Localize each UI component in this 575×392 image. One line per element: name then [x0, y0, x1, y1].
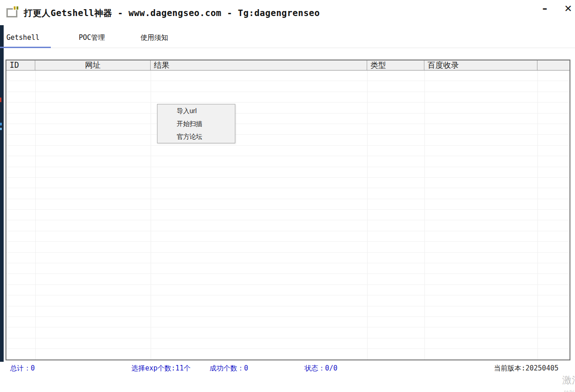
table-header: ID网址结果类型百度收录 — [6, 60, 570, 71]
column-grid-line — [424, 71, 425, 359]
table-row[interactable] — [6, 103, 570, 113]
watermark-line1: 激活 — [562, 375, 575, 385]
window-title: 打更人Getshell神器 - www.dagengseo.com - Tg:d… — [24, 7, 320, 19]
tab-separator-line — [0, 48, 575, 48]
status-success-count: 成功个数：0 — [210, 364, 248, 373]
column-grid-line — [151, 71, 151, 359]
table-row[interactable] — [6, 210, 570, 220]
close-button[interactable]: ✕ — [560, 2, 575, 16]
table-row[interactable] — [6, 242, 570, 252]
table-row[interactable] — [6, 263, 570, 274]
table-row[interactable] — [6, 274, 570, 284]
column-header-5[interactable] — [537, 60, 570, 70]
table-row[interactable] — [6, 156, 570, 167]
table-row[interactable] — [6, 124, 570, 135]
menu-item-start-scan[interactable]: 开始扫描 — [157, 117, 235, 130]
tab-getshell[interactable]: Getshell — [6, 33, 39, 42]
tab-usage-notes[interactable]: 使用须知 — [141, 33, 168, 42]
title-bar: 打更人Getshell神器 - www.dagengseo.com - Tg:d… — [4, 0, 575, 27]
status-current-version: 当前版本:20250405 — [494, 364, 559, 373]
screen: { "window": { "title": "打更人Getshell神器 - … — [0, 0, 575, 392]
table-body[interactable] — [6, 71, 570, 359]
app-icon-yellow-mark — [14, 6, 16, 10]
table-row[interactable] — [6, 114, 570, 124]
app-icon-green-mark — [16, 6, 18, 10]
table-row[interactable] — [6, 338, 570, 349]
column-header-1[interactable]: 网址 — [35, 60, 151, 70]
tab-bar: Getshell POC管理 使用须知 — [4, 27, 575, 49]
table-row[interactable] — [6, 81, 570, 92]
left-strip-red-mark — [0, 98, 1, 102]
column-header-0[interactable]: ID — [6, 60, 35, 70]
column-grid-line — [367, 71, 368, 359]
app-icon — [6, 6, 19, 17]
table-row[interactable] — [6, 178, 570, 188]
menu-item-import-url[interactable]: 导入url — [157, 104, 235, 117]
tab-poc-management[interactable]: POC管理 — [79, 33, 105, 42]
watermark-line2: 转到 — [564, 387, 575, 392]
table-row[interactable] — [6, 285, 570, 295]
column-header-4[interactable]: 百度收录 — [424, 60, 537, 70]
table-row[interactable] — [6, 71, 570, 81]
status-total: 总计：0 — [10, 364, 35, 373]
table-row[interactable] — [6, 188, 570, 199]
table-row[interactable] — [6, 231, 570, 242]
table-row[interactable] — [6, 92, 570, 103]
left-strip-blue-mark — [0, 123, 2, 125]
table-row[interactable] — [6, 295, 570, 306]
table-row[interactable] — [6, 317, 570, 327]
table-row[interactable] — [6, 327, 570, 338]
status-state: 状态：0/0 — [304, 364, 337, 373]
table-row[interactable] — [6, 253, 570, 263]
column-header-2[interactable]: 结果 — [151, 60, 367, 70]
table-row[interactable] — [6, 135, 570, 145]
minimize-button[interactable]: – — [537, 2, 553, 16]
column-grid-line — [35, 71, 36, 359]
status-selected-exp-count: 选择exp个数:11个 — [131, 364, 190, 373]
table-row[interactable] — [6, 306, 570, 317]
table-row[interactable] — [6, 167, 570, 178]
table-row[interactable] — [6, 349, 570, 359]
status-bar: 总计：0 选择exp个数:11个 成功个数：0 状态：0/0 当前版本:2025… — [0, 364, 575, 375]
column-header-3[interactable]: 类型 — [367, 60, 424, 70]
column-grid-line — [537, 71, 538, 359]
results-table[interactable]: ID网址结果类型百度收录 — [5, 60, 570, 360]
active-tab-underline — [0, 47, 51, 48]
context-menu: 导入url开始扫描官方论坛 — [157, 104, 235, 143]
background-window-sliver-left — [0, 25, 4, 362]
table-row[interactable] — [6, 220, 570, 231]
table-row[interactable] — [6, 199, 570, 210]
left-strip-blue-mark-2 — [0, 128, 2, 130]
menu-item-official-forum[interactable]: 官方论坛 — [157, 130, 235, 143]
windows-activation-watermark: 激活 转到 — [562, 375, 575, 392]
table-row[interactable] — [6, 146, 570, 156]
